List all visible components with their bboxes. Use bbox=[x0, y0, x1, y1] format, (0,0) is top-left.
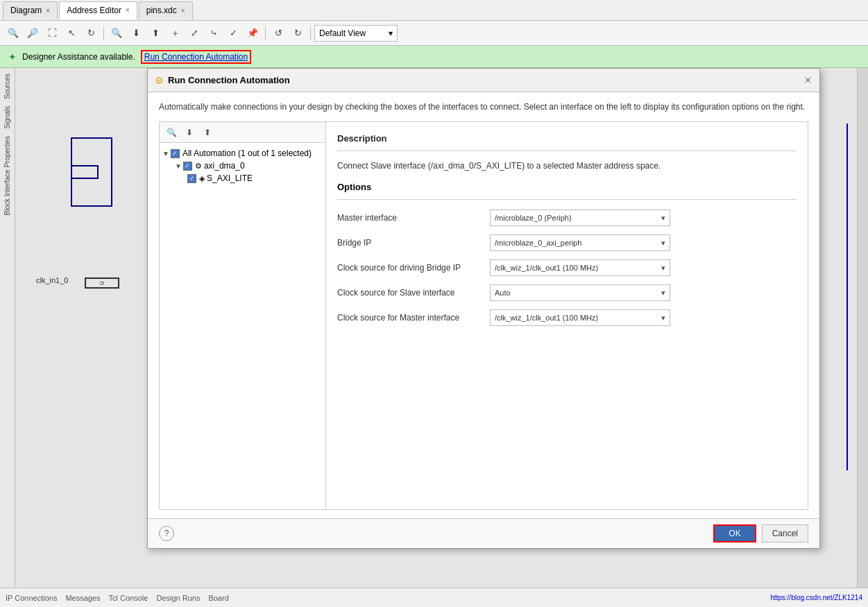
tab-pins-xdc[interactable]: pins.xdc × bbox=[139, 1, 193, 19]
tree-toolbar: 🔍 ⬇ ⬆ bbox=[160, 122, 325, 143]
fit-button[interactable]: ⛶ bbox=[43, 24, 61, 42]
select-button[interactable]: ↖ bbox=[62, 24, 80, 42]
tree-body: ▼ ✓ All Automation (1 out of 1 selected)… bbox=[160, 143, 325, 509]
tab-diagram[interactable]: Diagram × bbox=[3, 1, 58, 19]
designer-icon: ✦ bbox=[8, 51, 17, 62]
validate-button[interactable]: ✓ bbox=[224, 24, 242, 42]
signals-panel-item[interactable]: Signals bbox=[2, 103, 12, 132]
clock-bridge-value: /clk_wiz_1/clk_out1 (100 MHz) bbox=[495, 264, 598, 272]
tab-pins-xdc-label: pins.xdc bbox=[146, 6, 177, 15]
bridge-ip-label: Bridge IP bbox=[337, 238, 490, 248]
axi-dma-icon: ⚙ bbox=[195, 162, 202, 171]
tab-address-editor-label: Address Editor bbox=[67, 6, 121, 15]
status-tab-tcl[interactable]: Tcl Console bbox=[109, 594, 148, 602]
collapse-button[interactable]: ⬇ bbox=[127, 24, 145, 42]
tree-checkbox-axi[interactable]: ✓ bbox=[183, 162, 192, 171]
block-interface-panel-item[interactable]: Block Interface Properties bbox=[2, 133, 12, 219]
tab-diagram-label: Diagram bbox=[10, 6, 42, 15]
tree-label-s-axi: S_AXI_LITE bbox=[207, 173, 253, 183]
clock-bridge-select[interactable]: /clk_wiz_1/clk_out1 (100 MHz) ▾ bbox=[490, 259, 670, 276]
status-tab-messages[interactable]: Messages bbox=[65, 594, 100, 602]
option-row-clock-master: Clock source for Master interface /clk_w… bbox=[337, 309, 797, 326]
cancel-button[interactable]: Cancel bbox=[762, 524, 808, 542]
sep1 bbox=[103, 26, 104, 40]
sep2 bbox=[265, 26, 266, 40]
right-sidebar bbox=[857, 68, 868, 588]
undo-button[interactable]: ↺ bbox=[269, 24, 287, 42]
tree-checkbox-all[interactable]: ✓ bbox=[171, 149, 180, 158]
clock-slave-label: Clock source for Slave interface bbox=[337, 288, 490, 298]
expand-button[interactable]: ⬆ bbox=[146, 24, 164, 42]
bridge-ip-arrow: ▾ bbox=[661, 239, 665, 248]
tree-expand-all: ▼ bbox=[162, 150, 169, 157]
s-axi-lite-icon: ◈ bbox=[199, 174, 205, 183]
tree-item-axi-dma[interactable]: ▼ ✓ ⚙ axi_dma_0 bbox=[175, 160, 323, 172]
tree-collapse-all-button[interactable]: ⬇ bbox=[182, 125, 197, 140]
master-interface-select[interactable]: /microblaze_0 (Periph) ▾ bbox=[490, 210, 670, 226]
clock-slave-arrow: ▾ bbox=[661, 289, 665, 298]
designer-text: Designer Assistance available. bbox=[22, 52, 135, 62]
option-row-clock-slave: Clock source for Slave interface Auto ▾ bbox=[337, 284, 797, 301]
view-dropdown-label: Default View bbox=[319, 28, 366, 38]
clock-master-arrow: ▾ bbox=[661, 314, 665, 323]
status-tabs: IP Connections Messages Tcl Console Desi… bbox=[6, 594, 229, 602]
tab-pins-xdc-close[interactable]: × bbox=[181, 7, 185, 15]
desc-divider bbox=[337, 151, 797, 151]
ok-button[interactable]: OK bbox=[713, 524, 756, 542]
zoom-out-button[interactable]: 🔎 bbox=[24, 24, 42, 42]
master-interface-value: /microblaze_0 (Periph) bbox=[495, 214, 572, 222]
option-row-clock-bridge: Clock source for driving Bridge IP /clk_… bbox=[337, 259, 797, 276]
toolbar: 🔍 🔎 ⛶ ↖ ↻ 🔍 ⬇ ⬆ ＋ ⤢ ⤷ ✓ 📌 ↺ ↻ Default Vi… bbox=[0, 21, 868, 46]
rotate-button[interactable]: ↻ bbox=[82, 24, 100, 42]
run-connection-dialog: ⚙ Run Connection Automation × Automatica… bbox=[147, 68, 820, 549]
help-button[interactable]: ? bbox=[159, 526, 174, 541]
view-dropdown-arrow: ▾ bbox=[389, 28, 393, 38]
master-interface-arrow: ▾ bbox=[661, 214, 665, 223]
main-area: Sources Signals Block Interface Properti… bbox=[0, 68, 868, 588]
status-tab-design-runs[interactable]: Design Runs bbox=[156, 594, 200, 602]
tree-label-axi: axi_dma_0 bbox=[204, 161, 245, 171]
clock-slave-value: Auto bbox=[495, 289, 511, 297]
run-connection-automation-link[interactable]: Run Connection Automation bbox=[141, 50, 251, 64]
clock-master-select[interactable]: /clk_wiz_1/clk_out1 (100 MHz) ▾ bbox=[490, 309, 670, 326]
sources-panel-item[interactable]: Sources bbox=[2, 71, 12, 102]
clock-bridge-arrow: ▾ bbox=[661, 264, 665, 273]
dialog-footer: ? OK Cancel bbox=[148, 518, 819, 548]
clock-slave-select[interactable]: Auto ▾ bbox=[490, 284, 670, 301]
dialog-title-icon: ⚙ bbox=[155, 75, 164, 86]
dialog-content: 🔍 ⬇ ⬆ ▼ ✓ All Automation (1 out of 1 sel… bbox=[159, 121, 808, 510]
tab-address-editor[interactable]: Address Editor × bbox=[59, 1, 137, 19]
status-tab-board[interactable]: Board bbox=[208, 594, 228, 602]
option-row-bridge-ip: Bridge IP /microblaze_0_axi_periph ▾ bbox=[337, 234, 797, 251]
redo-button[interactable]: ↻ bbox=[289, 24, 307, 42]
clock-master-value: /clk_wiz_1/clk_out1 (100 MHz) bbox=[495, 314, 598, 322]
left-panel: Sources Signals Block Interface Properti… bbox=[0, 68, 15, 588]
route-button[interactable]: ⤢ bbox=[185, 24, 203, 42]
view-dropdown[interactable]: Default View ▾ bbox=[314, 25, 398, 42]
zoom-in-button[interactable]: 🔍 bbox=[4, 24, 22, 42]
wire-button[interactable]: ⤷ bbox=[205, 24, 223, 42]
status-tab-ip[interactable]: IP Connections bbox=[6, 594, 57, 602]
tree-checkbox-s-axi[interactable]: ✓ bbox=[187, 174, 196, 183]
tab-diagram-close[interactable]: × bbox=[46, 7, 50, 15]
tree-children-axi: ✓ ◈ S_AXI_LITE bbox=[175, 172, 323, 185]
tree-expand-all-button[interactable]: ⬆ bbox=[200, 125, 215, 140]
tab-address-editor-close[interactable]: × bbox=[126, 6, 130, 14]
tree-search-button[interactable]: 🔍 bbox=[164, 125, 179, 140]
add-button[interactable]: ＋ bbox=[166, 24, 184, 42]
dialog-overlay: ⚙ Run Connection Automation × Automatica… bbox=[15, 68, 857, 588]
dialog-description: Automatically make connections in your d… bbox=[159, 101, 808, 113]
dialog-title: Run Connection Automation bbox=[168, 75, 803, 85]
status-bar: IP Connections Messages Tcl Console Desi… bbox=[0, 588, 868, 607]
tree-item-all-automation[interactable]: ▼ ✓ All Automation (1 out of 1 selected) bbox=[162, 147, 323, 160]
zoom-button-2[interactable]: 🔍 bbox=[108, 24, 126, 42]
dialog-close-button[interactable]: × bbox=[803, 75, 812, 86]
options-section-title: Options bbox=[337, 182, 797, 192]
tree-children-automation: ▼ ✓ ⚙ axi_dma_0 ✓ bbox=[162, 160, 323, 185]
bridge-ip-select[interactable]: /microblaze_0_axi_periph ▾ bbox=[490, 234, 670, 251]
config-panel: Description Connect Slave interface (/ax… bbox=[326, 122, 808, 509]
sep3 bbox=[310, 26, 311, 40]
status-url: https://blog.csdn.net/ZLK1214 bbox=[770, 594, 862, 601]
tree-item-s-axi-lite[interactable]: ✓ ◈ S_AXI_LITE bbox=[187, 172, 323, 185]
pin-button[interactable]: 📌 bbox=[244, 24, 262, 42]
